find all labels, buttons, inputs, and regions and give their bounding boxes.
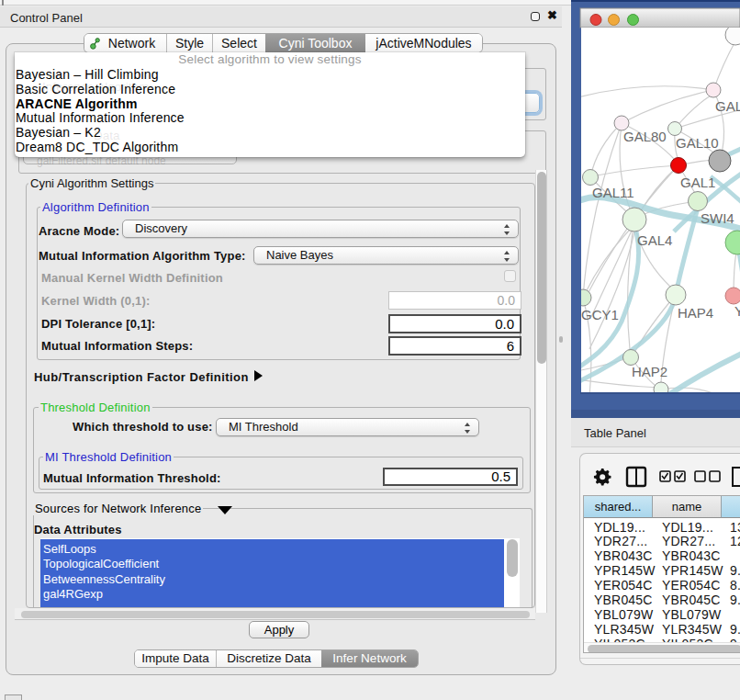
svg-text:GCY1: GCY1 [581,307,619,322]
svg-text:Y: Y [734,303,740,319]
svg-text:HAP4: HAP4 [678,305,713,321]
svg-text:GAL4: GAL4 [637,232,672,248]
svg-text:GAL10: GAL10 [676,135,719,151]
svg-text:GAL80: GAL80 [623,129,667,144]
svg-text:GAL11: GAL11 [592,185,634,200]
svg-text:HAP2: HAP2 [632,364,667,379]
svg-text:GAL7: GAL7 [715,98,740,114]
svg-text:SWI4: SWI4 [701,210,734,226]
svg-text:GAL1: GAL1 [680,175,715,190]
